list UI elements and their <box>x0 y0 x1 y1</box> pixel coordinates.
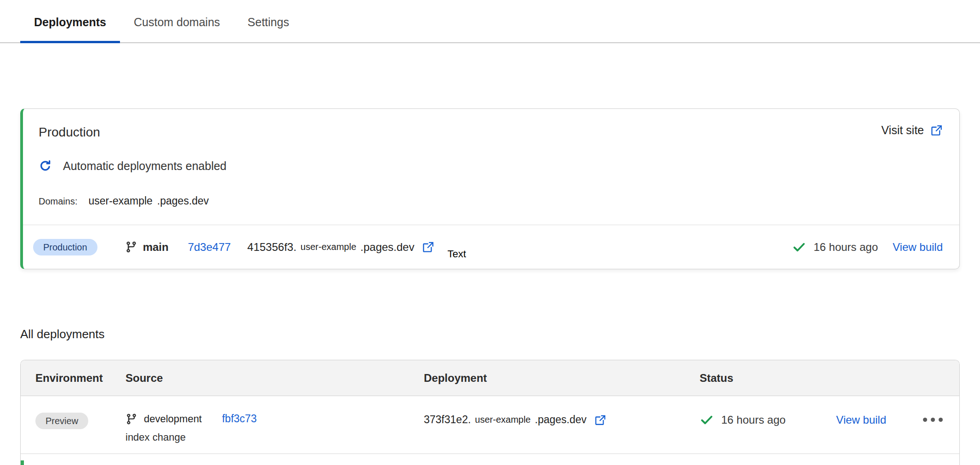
table-row: Preview development fbf3c73 index change… <box>21 396 959 454</box>
column-header-deployment: Deployment <box>424 372 700 385</box>
production-card: Production Visit site <box>20 108 960 269</box>
tab-deployments[interactable]: Deployments <box>20 0 120 43</box>
column-header-source: Source <box>125 372 424 385</box>
commit-message: index change <box>125 431 424 443</box>
table-header: Environment Source Deployment Status <box>21 360 959 396</box>
environment-badge: Production <box>33 239 97 255</box>
domain-name: user-example <box>88 195 152 207</box>
view-build-link[interactable]: View build <box>893 241 943 254</box>
tab-custom-domains[interactable]: Custom domains <box>120 0 234 43</box>
external-link-icon[interactable] <box>594 414 606 426</box>
tab-settings[interactable]: Settings <box>234 0 303 43</box>
production-card-info: Production Visit site <box>23 109 959 225</box>
deployments-page: Deployments Custom domains Settings Prod… <box>0 0 980 465</box>
commit-link[interactable]: 7d3e477 <box>188 241 231 254</box>
all-deployments-table: Environment Source Deployment Status Pre… <box>20 360 960 465</box>
branch-name: development <box>144 413 202 425</box>
deployment-url: 415356f3. user-example .pages.dev <box>247 241 434 254</box>
domains-label: Domains: <box>39 196 77 207</box>
deployment-time: 16 hours ago <box>721 414 786 426</box>
check-icon <box>792 240 806 254</box>
visit-site-link[interactable]: Visit site <box>881 124 943 137</box>
deployment-url-name: user-example <box>301 242 356 252</box>
deployment-url-hash: 373f31e2. <box>424 414 471 426</box>
external-link-icon[interactable] <box>422 241 434 253</box>
production-card-title: Production <box>39 124 100 141</box>
deployment-note: Text <box>447 248 466 260</box>
branch-name: main <box>143 241 169 254</box>
domain-suffix: .pages.dev <box>157 195 209 207</box>
git-branch-icon <box>125 241 137 253</box>
auto-deployments-text: Automatic deployments enabled <box>63 159 227 173</box>
deployment-url-suffix: .pages.dev <box>535 414 587 426</box>
visit-site-label: Visit site <box>881 124 924 137</box>
git-branch-icon <box>125 413 137 425</box>
tab-bar: Deployments Custom domains Settings <box>0 0 980 43</box>
deployment-url-hash: 415356f3. <box>247 241 296 254</box>
view-build-link[interactable]: View build <box>836 414 886 426</box>
all-deployments-heading: All deployments <box>20 327 105 341</box>
deployment-url: 373f31e2. user-example .pages.dev <box>424 413 700 426</box>
deployment-time: 16 hours ago <box>814 241 878 254</box>
production-deployment-row: Production main 7d3e477 415356f3. user-e… <box>23 225 959 269</box>
check-icon <box>700 413 714 427</box>
overflow-menu-icon[interactable] <box>922 415 944 425</box>
column-header-environment: Environment <box>35 372 125 385</box>
refresh-icon <box>39 159 52 173</box>
deployment-url-suffix: .pages.dev <box>360 241 414 254</box>
next-row-accent-sliver <box>21 460 24 465</box>
external-link-icon <box>930 124 943 136</box>
deployment-url-name: user-example <box>475 414 530 425</box>
environment-badge: Preview <box>35 413 88 429</box>
column-header-status: Status <box>700 372 959 385</box>
commit-link[interactable]: fbf3c73 <box>222 413 256 425</box>
